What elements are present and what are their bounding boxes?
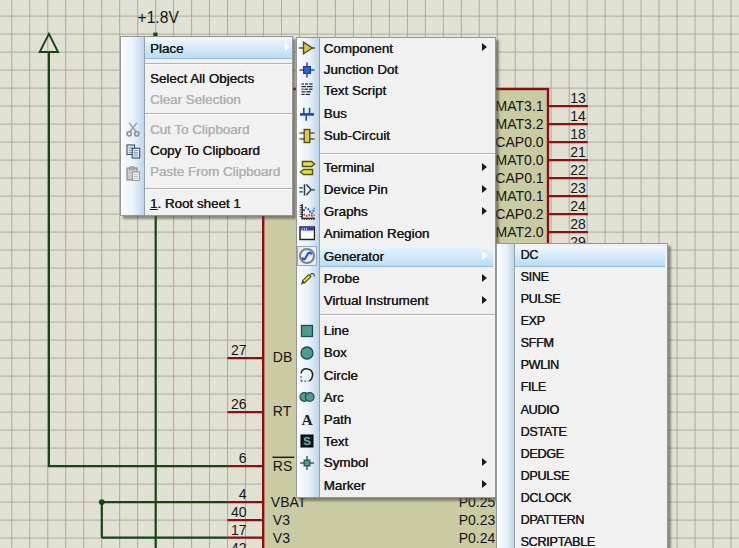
svg-text:CAP0.2: CAP0.2 xyxy=(495,206,543,222)
svg-text:A: A xyxy=(302,411,314,427)
svg-text:CAP0.1: CAP0.1 xyxy=(495,170,543,186)
svg-text:MAT3.2: MAT3.2 xyxy=(496,116,544,132)
svg-text:23: 23 xyxy=(570,180,586,196)
svg-text:MAT3.1: MAT3.1 xyxy=(496,98,544,114)
svg-text:CAP0.0: CAP0.0 xyxy=(495,134,543,150)
svg-text:V3: V3 xyxy=(273,530,290,546)
svg-text:26: 26 xyxy=(231,396,247,412)
svg-text:MAT2.0: MAT2.0 xyxy=(496,224,544,240)
svg-text:27: 27 xyxy=(231,342,247,358)
svg-text:6: 6 xyxy=(239,450,247,466)
svg-text:14: 14 xyxy=(570,108,586,124)
svg-text:22: 22 xyxy=(570,162,586,178)
svg-text:MAT0.1: MAT0.1 xyxy=(496,188,544,204)
svg-text:24: 24 xyxy=(570,198,586,214)
svg-text:4: 4 xyxy=(239,486,247,502)
svg-text:42: 42 xyxy=(231,540,247,548)
svg-text:+1.8V: +1.8V xyxy=(138,9,180,26)
svg-text:21: 21 xyxy=(570,144,586,160)
svg-text:17: 17 xyxy=(231,522,247,538)
svg-text:18: 18 xyxy=(570,126,586,142)
svg-text:DB: DB xyxy=(273,349,292,365)
svg-text:P0.24: P0.24 xyxy=(459,530,496,546)
svg-text:V3: V3 xyxy=(273,512,290,528)
svg-text:13: 13 xyxy=(570,90,586,106)
svg-text:28: 28 xyxy=(570,216,586,232)
svg-text:RT: RT xyxy=(273,403,292,419)
svg-text:P0.23: P0.23 xyxy=(459,512,496,528)
svg-text:RS: RS xyxy=(273,458,292,474)
svg-text:40: 40 xyxy=(231,504,247,520)
svg-text:S: S xyxy=(304,436,312,448)
svg-text:MAT0.0: MAT0.0 xyxy=(496,152,544,168)
